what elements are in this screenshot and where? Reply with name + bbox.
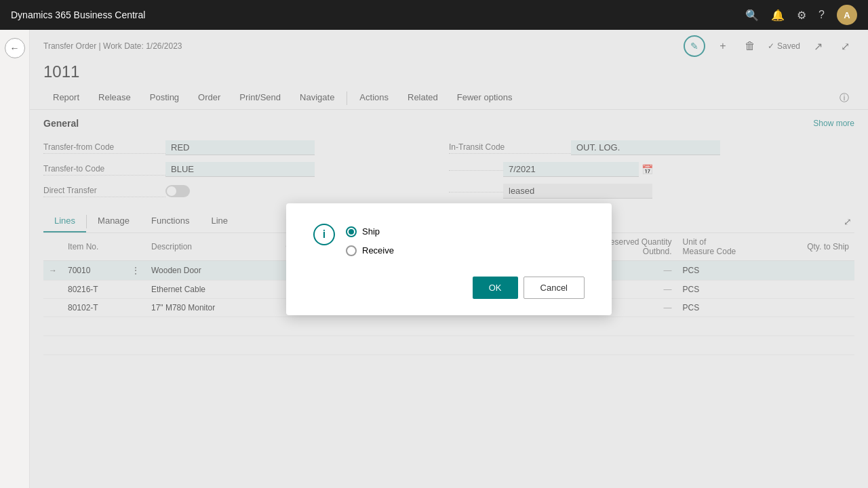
app-title: Dynamics 365 Business Central: [11, 9, 145, 20]
top-bar-icons: 🔍 🔔 ⚙ ? A: [745, 5, 857, 25]
dialog: i Ship Receive OK C: [286, 203, 612, 315]
radio-ship-label: Ship: [362, 226, 380, 237]
dialog-info-icon: i: [313, 224, 335, 245]
back-button[interactable]: ←: [5, 38, 25, 58]
search-icon[interactable]: 🔍: [745, 9, 759, 22]
notification-icon[interactable]: 🔔: [771, 9, 785, 22]
ok-button[interactable]: OK: [473, 277, 518, 299]
cancel-button[interactable]: Cancel: [524, 277, 585, 299]
user-avatar[interactable]: A: [837, 5, 857, 25]
settings-icon[interactable]: ⚙: [797, 9, 806, 22]
left-strip: ←: [0, 30, 30, 488]
radio-ship[interactable]: Ship: [346, 226, 394, 237]
dialog-footer: OK Cancel: [313, 277, 585, 299]
radio-receive[interactable]: Receive: [346, 245, 394, 256]
main-area: ← Transfer Order | Work Date: 1/26/2023 …: [0, 30, 868, 488]
radio-receive-label: Receive: [362, 245, 394, 256]
app-title-area: Dynamics 365 Business Central: [11, 9, 145, 20]
radio-receive-indicator[interactable]: [346, 245, 357, 256]
help-icon[interactable]: ?: [818, 9, 825, 21]
modal-overlay: i Ship Receive OK C: [30, 30, 868, 488]
radio-ship-indicator[interactable]: [346, 226, 357, 237]
dialog-options: Ship Receive: [346, 224, 394, 256]
top-bar: Dynamics 365 Business Central 🔍 🔔 ⚙ ? A: [0, 0, 868, 30]
page-content: Transfer Order | Work Date: 1/26/2023 ✎ …: [30, 30, 868, 488]
dialog-body: i Ship Receive: [313, 224, 585, 256]
